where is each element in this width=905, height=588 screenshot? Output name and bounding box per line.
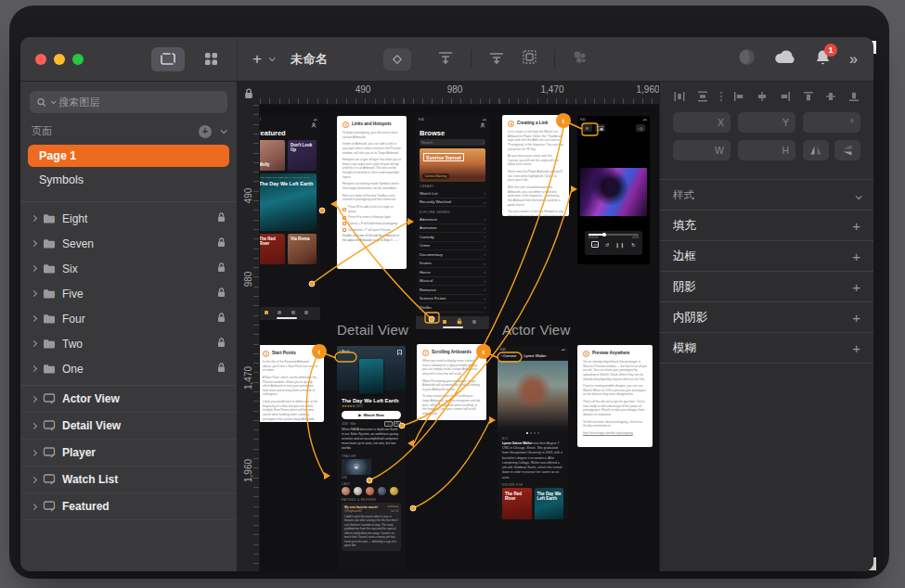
add-style-button[interactable]: +	[852, 340, 860, 356]
cloud-button[interactable]	[774, 50, 796, 69]
distribute-horizontally-icon[interactable]	[673, 90, 686, 103]
browse-banner[interactable]: Sunrise Sunset Continue Watching	[420, 148, 485, 182]
genre-row[interactable]: Crime›	[420, 242, 485, 251]
flow-start-dot[interactable]	[410, 505, 416, 511]
lock-icon[interactable]	[217, 338, 226, 351]
browse-search-field[interactable]: Search 𝄽	[420, 139, 485, 146]
distribute-button[interactable]	[437, 50, 454, 69]
inspector-section-row[interactable]: 内阴影 +	[660, 301, 873, 332]
notifications-button[interactable]: 1	[815, 49, 831, 70]
genre-row[interactable]: Comedy›	[420, 233, 485, 242]
pip-icon[interactable]	[595, 124, 605, 132]
artboard-actor-view[interactable]: 9:41▴▾▪ ‹ Overview Lynne Walter BIO Lynn…	[498, 346, 568, 519]
cast-avatar[interactable]	[366, 487, 374, 495]
align-center-horizontal-icon[interactable]	[756, 90, 769, 103]
genre-row[interactable]: Drama›	[420, 260, 485, 269]
more-alignment-icon[interactable]	[719, 90, 723, 103]
toolbar-overflow-button[interactable]: »	[849, 51, 857, 68]
browse-tab-bar[interactable]	[416, 316, 489, 329]
expand-chevron-icon[interactable]	[31, 503, 37, 509]
expand-chevron-icon[interactable]	[31, 449, 37, 455]
expand-chevron-icon[interactable]	[31, 290, 37, 297]
layer-group-row[interactable]: One	[20, 356, 237, 381]
genre-row[interactable]: Musical›	[420, 277, 485, 287]
genre-row[interactable]: Thriller›	[420, 303, 485, 313]
cast-avatar[interactable]	[378, 487, 386, 495]
create-symbol-button[interactable]	[383, 48, 411, 70]
layer-group-row[interactable]: Six	[20, 256, 237, 281]
subtitles-icon[interactable]: ▭	[591, 241, 599, 248]
tab-profile-icon[interactable]	[304, 311, 308, 314]
rewind-icon[interactable]: ↺	[605, 242, 609, 248]
add-style-button[interactable]: +	[852, 310, 860, 326]
known-poster-day-we-left-earth[interactable]: The Day We Left Earth Science Fiction	[535, 488, 564, 519]
poster-dont-look-up[interactable]: Don't Look Up	[288, 140, 317, 171]
search-input[interactable]	[58, 96, 220, 108]
artboard-row[interactable]: Actor View	[20, 386, 237, 413]
insert-chevron-icon[interactable]	[269, 55, 276, 61]
align-bottom-icon[interactable]	[847, 90, 860, 103]
back-button[interactable]: ‹ Back	[340, 350, 349, 353]
zoom-button[interactable]	[72, 54, 84, 65]
volume-icon[interactable]: ◁)	[636, 124, 645, 132]
lock-icon[interactable]	[217, 212, 226, 225]
artboard-row[interactable]: Watch List	[20, 467, 237, 493]
layer-group-row[interactable]: Seven	[20, 231, 237, 256]
actor-photo[interactable]	[498, 361, 568, 431]
chevron-down-icon[interactable]	[856, 193, 862, 199]
profile-icon[interactable]	[311, 122, 317, 128]
layer-search-field[interactable]	[30, 91, 227, 113]
tab-browse-icon[interactable]	[443, 320, 446, 324]
close-button[interactable]	[35, 54, 46, 65]
tab-profile-icon[interactable]	[472, 320, 476, 324]
layer-group-row[interactable]: Two	[20, 331, 237, 356]
add-style-button[interactable]: +	[852, 249, 860, 264]
expand-chevron-icon[interactable]	[31, 365, 37, 372]
flip-horizontal-button[interactable]	[803, 140, 829, 160]
tab-browse-icon[interactable]	[278, 311, 281, 314]
lock-icon[interactable]	[217, 313, 226, 326]
insert-button[interactable]: +	[252, 51, 262, 67]
close-player-button[interactable]: ✕	[582, 124, 592, 132]
ruler-lock-corner[interactable]	[238, 82, 260, 105]
genre-row[interactable]: Adventure›	[420, 215, 485, 224]
poster-via-roma[interactable]: Via Roma	[288, 234, 317, 264]
search-scope-chevron-icon[interactable]	[51, 99, 56, 104]
poster-molly[interactable]: Molly	[256, 140, 285, 171]
add-style-button[interactable]: +	[852, 279, 860, 295]
tutorial-card-scrolling[interactable]: 7 Scrolling Artboards When you need to d…	[417, 344, 486, 420]
genre-row[interactable]: Romance›	[420, 286, 485, 295]
genre-row[interactable]: Science Fiction›	[420, 295, 485, 304]
trailer-thumbnail[interactable]: ▶	[342, 459, 371, 475]
artboard-player[interactable]: 9:41▴▾▪ ✕ ◁) 00:00:00 -02:06	[577, 116, 650, 264]
player-controls[interactable]: 00:00:00 -02:06 ▭ ↺ ❙❙ ↻	[585, 231, 642, 255]
player-video[interactable]	[580, 168, 647, 216]
expand-chevron-icon[interactable]	[31, 422, 37, 428]
rotation-field[interactable]: °	[803, 112, 860, 133]
canvas-view-toggle[interactable]	[151, 47, 185, 71]
artboard-row[interactable]: Detail View	[20, 413, 237, 440]
inspector-section-row[interactable]: 阴影 +	[660, 271, 873, 301]
artboard-detail-view[interactable]: ‹ Back The Day We Left Earth ★★★★★ (367)…	[337, 346, 406, 571]
profile-icon[interactable]	[480, 122, 485, 128]
review-card[interactable]: My new favorite movie! ★★★★★ @Stephanie9…	[342, 503, 401, 551]
tutorial-card-creating-link[interactable]: 4 Creating a Link Let's create a Link fr…	[502, 115, 569, 216]
tidy-button[interactable]	[488, 50, 505, 69]
bookmark-icon[interactable]	[397, 350, 402, 355]
artboard-browse[interactable]: 9:41▴▾▪ Browse Search 𝄽 Sunrise Sunset C…	[416, 116, 489, 329]
cast-avatar[interactable]	[390, 487, 398, 495]
add-style-button[interactable]: +	[852, 218, 860, 234]
align-left-icon[interactable]	[732, 90, 745, 103]
artboard-row[interactable]: Featured	[20, 493, 237, 520]
library-row[interactable]: Recently Watched›	[420, 198, 485, 208]
page-item-page1[interactable]: Page 1	[28, 145, 229, 167]
tab-home-icon[interactable]	[429, 320, 433, 324]
lock-icon[interactable]	[217, 363, 226, 376]
genre-row[interactable]: Documentary›	[420, 250, 485, 260]
library-row[interactable]: Watch List›	[420, 189, 485, 198]
watch-now-button[interactable]: ▶ Watch Now	[342, 411, 401, 419]
style-section-header[interactable]: 样式	[660, 179, 873, 210]
forward-icon[interactable]: ↻	[631, 242, 635, 248]
featured-tab-bar[interactable]	[252, 307, 320, 320]
scale-button[interactable]	[522, 49, 537, 69]
